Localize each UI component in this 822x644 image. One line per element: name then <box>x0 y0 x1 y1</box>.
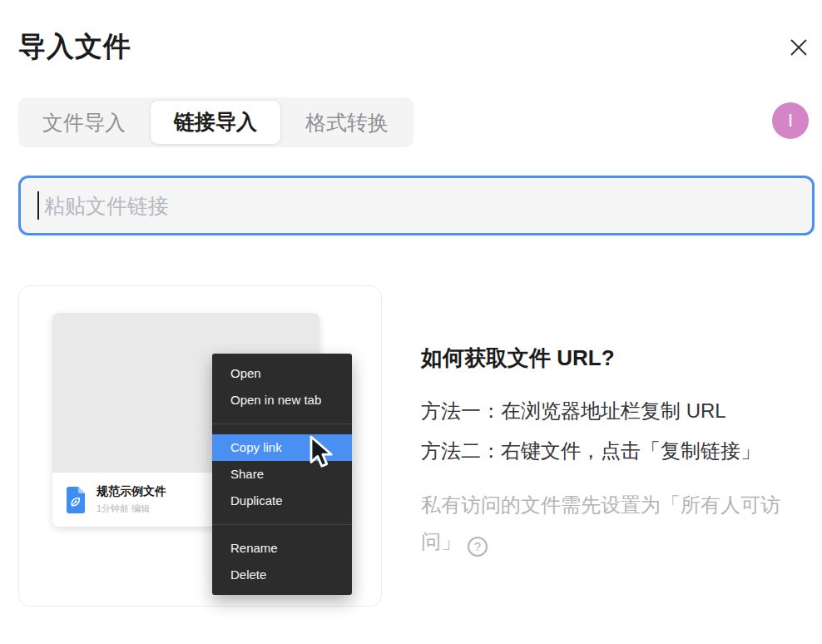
text-caret <box>37 191 39 220</box>
page-title: 导入文件 <box>18 28 131 66</box>
help-method-1: 方法一：在浏览器地址栏复制 URL <box>421 398 726 424</box>
context-menu: Open Open in new tab Copy link Share Dup… <box>212 354 352 595</box>
menu-divider <box>212 524 352 525</box>
help-method-2: 方法二：右键文件，点击「复制链接」 <box>421 438 760 464</box>
help-heading: 如何获取文件 URL? <box>421 344 615 373</box>
close-button[interactable] <box>784 33 814 62</box>
question-mark-icon[interactable]: ? <box>468 537 488 557</box>
design-file-icon <box>67 487 85 513</box>
menu-divider <box>212 424 352 424</box>
menu-item-duplicate[interactable]: Duplicate <box>212 488 352 514</box>
menu-item-open[interactable]: Open <box>212 360 352 387</box>
menu-item-delete[interactable]: Delete <box>212 562 352 588</box>
menu-item-copy-link[interactable]: Copy link <box>212 434 352 461</box>
help-private-access-note: 私有访问的文件需先设置为「所有人可访问」? <box>421 487 805 560</box>
avatar[interactable]: I <box>772 102 809 139</box>
tab-file-import[interactable]: 文件导入 <box>18 97 150 147</box>
menu-item-share[interactable]: Share <box>212 461 352 488</box>
menu-item-open-new-tab[interactable]: Open in new tab <box>212 387 352 414</box>
file-title: 规范示例文件 <box>97 484 166 499</box>
menu-item-rename[interactable]: Rename <box>212 535 352 562</box>
tab-link-import[interactable]: 链接导入 <box>150 100 281 145</box>
file-texts: 规范示例文件 1分钟前 编辑 <box>97 484 166 515</box>
file-edited-timestamp: 1分钟前 编辑 <box>97 503 166 515</box>
import-file-dialog: 导入文件 文件导入 链接导入 格式转换 I <box>0 0 822 644</box>
link-url-input[interactable] <box>18 176 815 235</box>
import-mode-tabbar: 文件导入 链接导入 格式转换 <box>18 97 413 147</box>
close-icon <box>788 37 810 58</box>
tab-format-convert[interactable]: 格式转换 <box>281 97 413 147</box>
